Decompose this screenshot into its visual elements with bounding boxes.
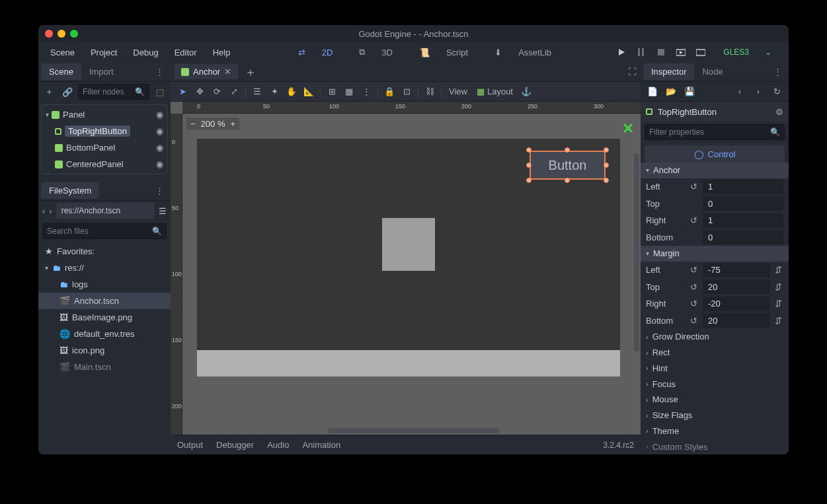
collapse-icon[interactable]: ▾ — [45, 264, 48, 271]
scene-node-toprightbutton[interactable]: TopRightButton ◉ — [42, 123, 167, 139]
menu-editor[interactable]: Editor — [168, 45, 204, 60]
anchor-preset-icon[interactable]: ⚓ — [518, 84, 534, 100]
collapse-icon[interactable]: ▾ — [46, 111, 49, 118]
fold-mouse[interactable]: ›Mouse — [641, 392, 789, 408]
dock-menu-icon[interactable]: ⋮ — [151, 67, 168, 77]
view-3d[interactable]: ⧉3D — [346, 42, 406, 63]
stepper-icon[interactable]: ⇵ — [773, 265, 783, 275]
centered-panel-rect[interactable] — [382, 218, 435, 271]
load-resource-icon[interactable]: 📂 — [663, 84, 679, 100]
tab-output[interactable]: Output — [177, 440, 203, 450]
stepper-icon[interactable]: ⇵ — [773, 299, 783, 308]
anchor-top-field[interactable]: 0 — [703, 196, 783, 211]
add-node-icon[interactable]: ＋ — [41, 84, 57, 100]
maximize-window-icon[interactable] — [70, 30, 78, 38]
reset-icon[interactable]: ↺ — [687, 182, 700, 192]
grid-snap-icon[interactable]: ▦ — [341, 84, 357, 100]
section-anchor[interactable]: ▾Anchor — [641, 162, 789, 178]
fold-theme[interactable]: ›Theme — [641, 423, 789, 439]
play-custom-scene-button[interactable] — [691, 44, 710, 60]
selected-button[interactable]: Button — [530, 151, 606, 180]
snap-options-icon[interactable]: ⋮ — [358, 84, 374, 100]
object-settings-icon[interactable]: ⚙ — [775, 107, 783, 117]
visibility-icon[interactable]: ◉ — [156, 110, 163, 120]
fold-focus[interactable]: ›Focus — [641, 376, 789, 392]
tab-import[interactable]: Import — [81, 63, 122, 80]
scale-tool-icon[interactable]: ⤢ — [226, 84, 242, 100]
tab-debugger[interactable]: Debugger — [216, 440, 254, 450]
class-control-link[interactable]: ◯Control — [645, 145, 785, 162]
move-tool-icon[interactable]: ✥ — [192, 84, 208, 100]
tab-audio[interactable]: Audio — [267, 440, 289, 450]
anchor-left-field[interactable]: 1 — [703, 180, 783, 194]
history-forward-icon[interactable]: › — [750, 84, 766, 100]
fs-root[interactable]: ▾🖿res:// — [38, 260, 171, 276]
layout-menu[interactable]: ▦Layout — [473, 84, 517, 100]
scene-node-bottompanel[interactable]: BottomPanel ◉ — [42, 139, 167, 156]
stepper-icon[interactable]: ⇵ — [773, 316, 783, 326]
save-resource-icon[interactable]: 💾 — [682, 84, 697, 100]
new-resource-icon[interactable]: 📄 — [645, 84, 660, 100]
group-icon[interactable]: ⊡ — [399, 84, 414, 100]
view-menu[interactable]: View — [445, 84, 471, 100]
reset-icon[interactable]: ↺ — [687, 265, 700, 275]
scene-node-root[interactable]: ▾ Panel ◉ — [42, 106, 167, 123]
select-tool-icon[interactable]: ➤ — [175, 84, 190, 100]
distraction-free-icon[interactable]: ⛶ — [628, 67, 637, 77]
fold-hint[interactable]: ›Hint — [641, 361, 789, 377]
filter-properties-input[interactable]: Filter properties🔍 — [645, 124, 785, 140]
visibility-icon[interactable]: ◉ — [156, 126, 163, 136]
stop-button[interactable] — [652, 44, 670, 60]
fs-item-main[interactable]: 🎬Main.tscn — [38, 359, 171, 375]
rotate-tool-icon[interactable]: ⟳ — [209, 84, 225, 100]
lock-icon[interactable]: 🔒 — [381, 84, 397, 100]
menu-scene[interactable]: Scene — [44, 45, 81, 60]
dock-menu-icon[interactable]: ⋮ — [769, 67, 786, 77]
scene-tab-anchor[interactable]: Anchor ✕ — [175, 64, 238, 79]
zoom-in-icon[interactable]: + — [230, 119, 235, 129]
fs-back-icon[interactable]: ‹ — [42, 206, 45, 216]
scene-node-centeredpanel[interactable]: CenteredPanel ◉ — [42, 156, 167, 172]
viewport-scrollbar-h[interactable] — [328, 428, 500, 433]
fs-item-anchor[interactable]: 🎬Anchor.tscn — [38, 293, 171, 309]
close-tab-icon[interactable]: ✕ — [224, 67, 231, 77]
fs-item-icon[interactable]: 🖼icon.png — [38, 342, 171, 359]
play-scene-button[interactable] — [672, 44, 690, 60]
view-2d[interactable]: ⇄2D — [285, 42, 346, 63]
view-assetlib[interactable]: ⬇AssetLib — [481, 42, 565, 63]
menu-debug[interactable]: Debug — [126, 45, 165, 60]
menu-project[interactable]: Project — [84, 45, 124, 60]
margin-right-field[interactable]: -20 — [703, 297, 770, 311]
resize-handle-icon[interactable] — [604, 178, 609, 183]
reset-icon[interactable]: ↺ — [687, 316, 700, 326]
bottom-panel-rect[interactable] — [197, 350, 620, 377]
tab-animation[interactable]: Animation — [302, 440, 340, 450]
resize-handle-icon[interactable] — [526, 178, 532, 183]
fs-forward-icon[interactable]: › — [49, 206, 52, 216]
fs-search-input[interactable]: Search files🔍 — [42, 223, 167, 239]
filter-nodes-input[interactable]: Filter nodes🔍 — [78, 84, 149, 100]
tab-scene[interactable]: Scene — [41, 63, 81, 80]
dock-menu-icon[interactable]: ⋮ — [151, 186, 168, 196]
stepper-icon[interactable]: ⇵ — [773, 282, 783, 292]
resize-handle-icon[interactable] — [604, 162, 609, 168]
instance-scene-icon[interactable]: 🔗 — [59, 84, 75, 100]
margin-left-field[interactable]: -75 — [703, 263, 770, 277]
visibility-icon[interactable]: ◉ — [156, 143, 163, 153]
fs-split-icon[interactable]: ☰ — [159, 206, 167, 216]
fs-favorites[interactable]: ★Favorites: — [38, 243, 171, 260]
resize-handle-icon[interactable] — [604, 147, 609, 153]
fs-item-baseimage[interactable]: 🖼BaseImage.png — [38, 309, 171, 326]
margin-bottom-field[interactable]: 20 — [703, 313, 770, 328]
reset-icon[interactable]: ↺ — [687, 282, 700, 292]
fs-path-field[interactable]: res://Anchor.tscn — [56, 203, 155, 219]
close-window-icon[interactable] — [45, 30, 53, 38]
menu-help[interactable]: Help — [206, 45, 237, 60]
zoom-level[interactable]: 200 % — [201, 119, 225, 129]
play-button[interactable] — [612, 44, 631, 60]
viewport-scrollbar-v[interactable] — [634, 153, 639, 351]
smart-snap-icon[interactable]: ⊞ — [324, 84, 340, 100]
renderer-selector[interactable]: GLES3⌄ — [711, 45, 783, 59]
canvas-2d[interactable]: − 200 % + Button — [182, 114, 641, 435]
pivot-tool-icon[interactable]: ✦ — [266, 84, 282, 100]
